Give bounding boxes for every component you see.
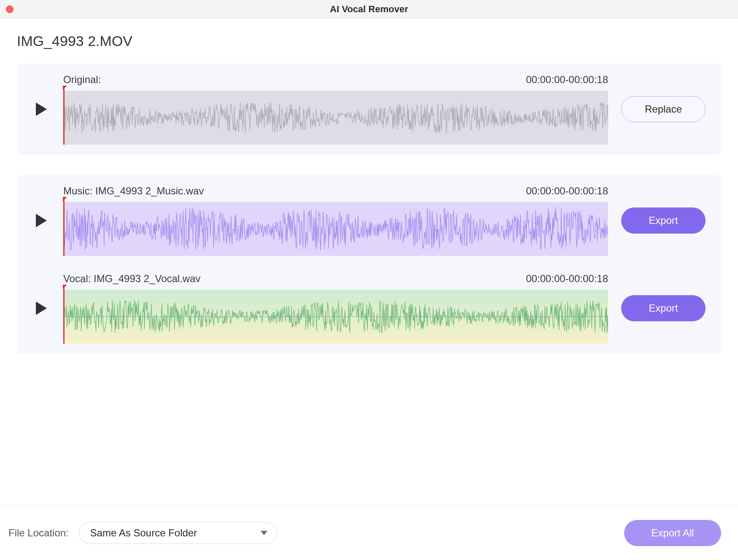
file-location-label: File Location: xyxy=(8,527,69,539)
original-action: Replace xyxy=(620,96,707,122)
music-track-header: Music: IMG_4993 2_Music.wav 00:00:00-00:… xyxy=(63,185,608,197)
music-track: Music: IMG_4993 2_Music.wav 00:00:00-00:… xyxy=(31,185,707,256)
music-track-body: Music: IMG_4993 2_Music.wav 00:00:00-00:… xyxy=(63,185,608,256)
music-label: Music: IMG_4993 2_Music.wav xyxy=(63,185,204,197)
export-all-button[interactable]: Export All xyxy=(624,520,721,546)
waveform-svg xyxy=(63,202,608,256)
playhead-cursor[interactable] xyxy=(63,198,65,256)
music-time: 00:00:00-00:00:18 xyxy=(526,185,608,197)
play-icon xyxy=(36,302,47,315)
vocal-waveform[interactable] xyxy=(63,290,608,344)
play-icon xyxy=(36,214,47,227)
original-time: 00:00:00-00:00:18 xyxy=(526,74,608,86)
original-label: Original: xyxy=(63,74,101,86)
file-location-select[interactable]: Same As Source Folder xyxy=(79,522,277,544)
original-track: Original: 00:00:00-00:00:18 Replace xyxy=(31,74,707,145)
file-location-group: File Location: Same As Source Folder xyxy=(8,522,277,544)
export-music-button[interactable]: Export xyxy=(621,207,706,234)
footer-bar: File Location: Same As Source Folder Exp… xyxy=(0,505,738,560)
vocal-track: Vocal: IMG_4993 2_Vocal.wav 00:00:00-00:… xyxy=(31,273,707,344)
play-button-original[interactable] xyxy=(31,99,51,119)
file-location-value: Same As Source Folder xyxy=(90,527,197,539)
original-waveform[interactable] xyxy=(63,91,608,145)
play-button-music[interactable] xyxy=(31,210,51,231)
title-bar: AI Vocal Remover xyxy=(0,0,738,19)
vocal-track-header: Vocal: IMG_4993 2_Vocal.wav 00:00:00-00:… xyxy=(63,273,608,285)
original-track-body: Original: 00:00:00-00:00:18 xyxy=(63,74,608,145)
vocal-track-body: Vocal: IMG_4993 2_Vocal.wav 00:00:00-00:… xyxy=(63,273,608,344)
original-track-header: Original: 00:00:00-00:00:18 xyxy=(63,74,608,86)
original-panel: Original: 00:00:00-00:00:18 Replace xyxy=(17,64,721,155)
waveform-svg xyxy=(63,290,608,344)
replace-button[interactable]: Replace xyxy=(621,96,706,122)
playhead-cursor[interactable] xyxy=(63,86,65,145)
music-action: Export xyxy=(620,207,707,234)
waveform-svg xyxy=(63,91,608,145)
vocal-time: 00:00:00-00:00:18 xyxy=(526,273,608,285)
vocal-action: Export xyxy=(620,295,707,321)
play-icon xyxy=(36,102,47,116)
music-waveform[interactable] xyxy=(63,202,608,256)
window-title: AI Vocal Remover xyxy=(330,4,408,15)
play-button-vocal[interactable] xyxy=(31,298,51,318)
export-vocal-button[interactable]: Export xyxy=(621,295,706,321)
chevron-down-icon xyxy=(261,531,267,535)
file-name: IMG_4993 2.MOV xyxy=(17,33,721,49)
vocal-label: Vocal: IMG_4993 2_Vocal.wav xyxy=(63,273,201,285)
separated-panel: Music: IMG_4993 2_Music.wav 00:00:00-00:… xyxy=(17,175,721,354)
playhead-cursor[interactable] xyxy=(63,285,65,344)
window-close-button[interactable] xyxy=(6,5,13,13)
main-content: IMG_4993 2.MOV Original: 00:00:00-00:00:… xyxy=(0,19,738,354)
